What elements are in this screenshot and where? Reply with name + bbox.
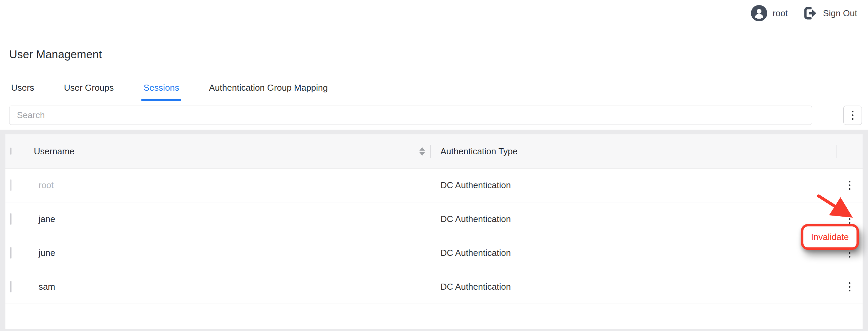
page-title: User Management (9, 48, 868, 61)
username-cell: sam (34, 282, 55, 292)
auth-type-cell: DC Authentication (430, 169, 837, 202)
header-actions-cell (837, 134, 863, 168)
header-checkbox-cell (5, 148, 29, 154)
auth-type-cell: DC Authentication (430, 236, 837, 270)
table-options-button[interactable] (843, 106, 862, 125)
username-cell: root (34, 180, 54, 191)
top-section: root Sign Out User Management Users User… (0, 0, 868, 130)
tabbar: Users User Groups Sessions Authenticatio… (0, 83, 868, 101)
table-row-june: june DC Authentication (5, 236, 863, 270)
tab-user-groups[interactable]: User Groups (62, 83, 116, 101)
tab-authentication-group-mapping[interactable]: Authentication Group Mapping (207, 83, 330, 101)
avatar-icon (751, 5, 767, 21)
auth-type-cell: DC Authentication (430, 270, 837, 304)
tab-sessions[interactable]: Sessions (141, 83, 181, 101)
username-column-header: Username (34, 146, 74, 157)
row-checkbox[interactable] (10, 281, 12, 292)
current-user-label: root (773, 8, 788, 19)
table-row-root: root DC Authentication (5, 169, 863, 202)
invalidate-label: Invalidate (811, 232, 849, 242)
row-actions-button[interactable] (847, 179, 852, 192)
row-checkbox[interactable] (10, 179, 12, 191)
table-row-sam: sam DC Authentication (5, 270, 863, 304)
invalidate-menu-item[interactable]: Invalidate (801, 224, 859, 250)
table-row-jane: jane DC Authentication (5, 202, 863, 236)
table-header-row: Username Authentication Type (5, 134, 863, 169)
sort-icon[interactable] (419, 147, 425, 156)
sessions-table: Username Authentication Type root DC Aut… (5, 134, 863, 329)
row-checkbox[interactable] (10, 247, 12, 259)
header-username-cell: Username (29, 146, 430, 157)
topbar: root Sign Out (0, 0, 868, 24)
search-toolbar (9, 106, 862, 125)
current-user: root (751, 5, 788, 21)
sign-out-button[interactable]: Sign Out (803, 6, 857, 21)
header-auth-type-cell: Authentication Type (430, 134, 837, 168)
select-all-checkbox[interactable] (10, 148, 12, 155)
auth-type-cell: DC Authentication (430, 202, 837, 236)
kebab-icon (850, 109, 855, 122)
sign-out-label: Sign Out (823, 8, 857, 19)
username-cell: june (34, 248, 55, 258)
auth-type-column-header: Authentication Type (440, 146, 518, 157)
sign-out-icon (803, 6, 818, 21)
row-actions-button[interactable] (847, 280, 852, 293)
username-cell: jane (34, 214, 55, 224)
tab-users[interactable]: Users (9, 83, 36, 101)
search-input[interactable] (9, 106, 812, 125)
row-checkbox[interactable] (10, 213, 12, 225)
